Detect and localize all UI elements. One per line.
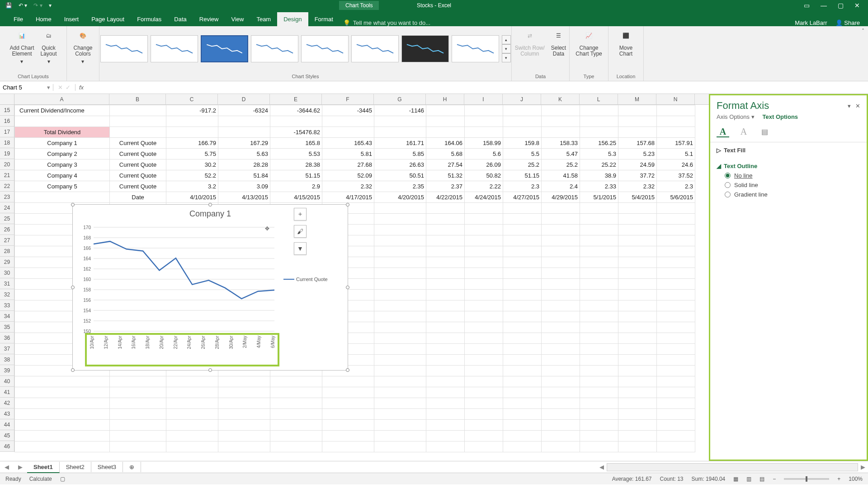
cell-H15[interactable] — [426, 105, 465, 116]
cell-L20[interactable]: 25.22 — [580, 160, 618, 170]
cell-I27[interactable] — [465, 235, 503, 246]
cell-N40[interactable] — [657, 376, 695, 387]
cell-M32[interactable] — [618, 290, 657, 300]
enter-formula-icon[interactable]: ✓ — [66, 84, 71, 91]
cell-I29[interactable] — [465, 257, 503, 268]
cell-I40[interactable] — [465, 376, 503, 387]
row-header-18[interactable]: 18 — [0, 137, 14, 148]
cell-C18[interactable]: 166.79 — [166, 138, 218, 149]
row-header-34[interactable]: 34 — [0, 311, 14, 322]
cell-C23[interactable]: 4/10/2015 — [166, 192, 218, 203]
cell-L30[interactable] — [580, 268, 618, 279]
cell-L39[interactable] — [580, 366, 618, 376]
chart-elements-button[interactable]: ＋ — [294, 208, 307, 221]
row-header-38[interactable]: 38 — [0, 354, 14, 365]
cell-C42[interactable] — [166, 398, 218, 409]
add-chart-element-button[interactable]: 📊Add Chart Element▾ — [8, 28, 36, 66]
cell-K36[interactable] — [542, 333, 580, 344]
cell-D16[interactable] — [218, 116, 270, 127]
cell-N20[interactable]: 24.6 — [657, 160, 695, 170]
cell-H31[interactable] — [426, 279, 465, 290]
cell-H18[interactable]: 164.06 — [426, 138, 465, 149]
cell-D17[interactable] — [218, 127, 270, 138]
cell-G38[interactable] — [374, 355, 426, 366]
cell-G23[interactable]: 4/20/2015 — [374, 192, 426, 203]
cell-L27[interactable] — [580, 235, 618, 246]
cell-L34[interactable] — [580, 311, 618, 322]
cell-F17[interactable] — [322, 127, 374, 138]
cell-E40[interactable] — [270, 376, 322, 387]
row-header-17[interactable]: 17 — [0, 127, 14, 137]
row-header-22[interactable]: 22 — [0, 181, 14, 192]
axis-options-tab[interactable]: Axis Options ▾ — [717, 113, 755, 120]
tell-me-search[interactable]: 💡 Tell me what you want to do... — [343, 19, 430, 26]
undo-icon[interactable]: ↶ ▾ — [19, 2, 27, 9]
cell-C19[interactable]: 5.75 — [166, 149, 218, 160]
cell-K38[interactable] — [542, 355, 580, 366]
cell-C40[interactable] — [166, 376, 218, 387]
cell-H23[interactable]: 4/22/2015 — [426, 192, 465, 203]
cell-C43[interactable] — [166, 409, 218, 420]
cell-E44[interactable] — [270, 420, 322, 431]
sheet-nav-prev-icon[interactable]: ◀ — [0, 464, 14, 470]
cell-G21[interactable]: 50.51 — [374, 170, 426, 181]
cell-K41[interactable] — [542, 387, 580, 398]
row-header-45[interactable]: 45 — [0, 430, 14, 441]
chart-style-8[interactable] — [452, 35, 499, 62]
cell-K35[interactable] — [542, 322, 580, 333]
cell-A15[interactable]: Current Dividend/Income — [15, 105, 110, 116]
cell-K21[interactable]: 41.58 — [542, 170, 580, 181]
cell-E19[interactable]: 5.53 — [270, 149, 322, 160]
pane-close-icon[interactable]: ✕ — [855, 103, 860, 109]
cell-C44[interactable] — [166, 420, 218, 431]
cell-I26[interactable] — [465, 225, 503, 235]
cell-I23[interactable]: 4/24/2015 — [465, 192, 503, 203]
cell-H34[interactable] — [426, 311, 465, 322]
sheet-nav-next-icon[interactable]: ▶ — [14, 464, 27, 470]
row-header-20[interactable]: 20 — [0, 159, 14, 170]
cell-L35[interactable] — [580, 322, 618, 333]
cell-G28[interactable] — [374, 246, 426, 257]
cell-G25[interactable] — [374, 214, 426, 225]
cell-N45[interactable] — [657, 431, 695, 441]
row-header-40[interactable]: 40 — [0, 376, 14, 387]
cell-I42[interactable] — [465, 398, 503, 409]
cell-L33[interactable] — [580, 300, 618, 311]
cell-F46[interactable] — [322, 441, 374, 452]
cell-L21[interactable]: 38.9 — [580, 170, 618, 181]
cell-M39[interactable] — [618, 366, 657, 376]
cell-D23[interactable]: 4/13/2015 — [218, 192, 270, 203]
cell-N37[interactable] — [657, 344, 695, 355]
cell-N36[interactable] — [657, 333, 695, 344]
col-header-K[interactable]: K — [541, 94, 580, 104]
col-header-M[interactable]: M — [618, 94, 656, 104]
col-header-A[interactable]: A — [14, 94, 109, 104]
cell-D20[interactable]: 28.28 — [218, 160, 270, 170]
cell-E16[interactable] — [270, 116, 322, 127]
style-gallery-more-icon[interactable]: ▾ — [502, 53, 511, 62]
row-header-27[interactable]: 27 — [0, 235, 14, 246]
row-header-32[interactable]: 32 — [0, 289, 14, 300]
cell-B44[interactable] — [110, 420, 166, 431]
col-header-C[interactable]: C — [166, 94, 218, 104]
cell-M34[interactable] — [618, 311, 657, 322]
cell-I18[interactable]: 158.99 — [465, 138, 503, 149]
cell-J39[interactable] — [503, 366, 542, 376]
cell-J46[interactable] — [503, 441, 542, 452]
cell-A18[interactable]: Company 1 — [15, 138, 110, 149]
cell-M24[interactable] — [618, 203, 657, 214]
cell-H19[interactable]: 5.68 — [426, 149, 465, 160]
cell-I43[interactable] — [465, 409, 503, 420]
cell-J30[interactable] — [503, 268, 542, 279]
cell-J25[interactable] — [503, 214, 542, 225]
cell-M30[interactable] — [618, 268, 657, 279]
cell-J41[interactable] — [503, 387, 542, 398]
tab-formulas[interactable]: Formulas — [131, 12, 168, 26]
cell-I31[interactable] — [465, 279, 503, 290]
cell-K24[interactable] — [542, 203, 580, 214]
cell-J33[interactable] — [503, 300, 542, 311]
style-scroll-up-icon[interactable]: ▴ — [502, 35, 511, 44]
cell-N46[interactable] — [657, 441, 695, 452]
cell-M40[interactable] — [618, 376, 657, 387]
col-header-B[interactable]: B — [109, 94, 166, 104]
